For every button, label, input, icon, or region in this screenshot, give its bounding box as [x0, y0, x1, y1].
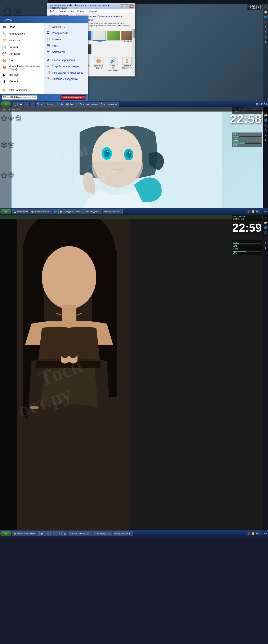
- taskbar3-icon4[interactable]: ⬇: [57, 531, 61, 536]
- start-item-paint[interactable]: 🎨 Paint: [0, 57, 44, 64]
- tray-area-2: 🔊 📶 RU 22:58: [247, 210, 268, 213]
- right-divider: [44, 56, 88, 56]
- taskbar-item-computer[interactable]: 💻: [12, 102, 17, 107]
- theme-item-1[interactable]: White: [93, 30, 106, 43]
- tray-network-2[interactable]: 📶: [252, 210, 255, 213]
- start-button-3[interactable]: ⊞: [0, 531, 11, 536]
- start-item-kmplayer[interactable]: ▶ KMPlayer: [0, 72, 44, 78]
- taskbar-item-qip2[interactable]: [slonaet@qip.ru...]: [58, 102, 78, 107]
- menu-file[interactable]: Файл: [49, 10, 56, 12]
- cpu-bar-fill-2: [233, 136, 239, 137]
- sidebar3-monitor[interactable]: 🖥: [264, 216, 268, 220]
- sidebar2-recycle[interactable]: ♻: [264, 128, 268, 132]
- taskbar3-icon5[interactable]: 🦊: [62, 531, 67, 536]
- taskbar2-ie[interactable]: 🌐: [52, 209, 58, 214]
- start-item-formatfactory[interactable]: 🔧 FormatFactory: [0, 30, 44, 37]
- sidebar3-arrow[interactable]: ⬆: [264, 246, 268, 250]
- start-right-controlpanel[interactable]: ⚙ Панель управления: [44, 57, 88, 63]
- sidebar-icon-settings2[interactable]: ⚙: [264, 30, 268, 34]
- shutdown-button[interactable]: Завершение работы: [60, 96, 86, 100]
- sidebar-icon-recycle[interactable]: ♻: [264, 25, 268, 29]
- taskbar-item-folder2[interactable]: 📁: [18, 102, 23, 107]
- scrollbar-thumb[interactable]: [133, 29, 135, 38]
- start-right-music[interactable]: 🎵 Музыка: [44, 36, 88, 42]
- tray-network-3[interactable]: 📶: [252, 532, 255, 535]
- scissors-icon: ✂: [2, 94, 7, 99]
- sidebar2-headphone[interactable]: 🎧: [264, 123, 268, 128]
- ie-icon: 🌐: [25, 103, 28, 106]
- start-item-qip[interactable]: 💬 QIP Infium: [0, 50, 44, 57]
- menu-service[interactable]: Сервис: [77, 10, 86, 12]
- tray-lang-2: RU: [256, 210, 260, 213]
- taskbar2-transfer[interactable]: Передача файл...: [103, 209, 123, 214]
- sidebar-icon-folder[interactable]: 📁: [264, 10, 268, 14]
- start-item-notepad[interactable]: 📝 Блокнот: [0, 44, 44, 50]
- taskbar2-qip[interactable]: [slonaet@qip.r...: [84, 209, 102, 214]
- sidebar-icon-monitor[interactable]: 🖥: [264, 5, 268, 9]
- menu-edit[interactable]: Правка: [58, 10, 67, 12]
- cpu-pct-2: 21%: [233, 138, 261, 140]
- start-item-fraps[interactable]: 🎮 Fraps: [0, 24, 44, 30]
- menu-view[interactable]: Вид: [69, 10, 74, 12]
- controlpanel-label: Панель управления: [52, 59, 75, 62]
- taskbar-item-ie[interactable]: 🌐: [24, 102, 29, 107]
- computer-label-2: Компьютер: [17, 210, 28, 213]
- start-right-help[interactable]: ❓ Справка и поддержка: [44, 76, 88, 82]
- taskbar3-qip[interactable]: [slonaet@qip.ru...]: [93, 531, 112, 536]
- start-right-defaults[interactable]: 📋 Программы по умолчанию: [44, 70, 88, 76]
- start-right-documents[interactable]: 📄 Документы: [44, 24, 88, 30]
- sidebar2-network[interactable]: 🌐: [264, 118, 268, 122]
- sidebar-icon-windows[interactable]: ⊞: [264, 35, 268, 40]
- start-item-totalcmd[interactable]: 📂 Total Commander: [0, 87, 44, 94]
- minimize-button[interactable]: ─: [120, 4, 124, 8]
- persona-sounds[interactable]: 🔊 ЗвукиПо умолчанию: [107, 57, 119, 71]
- sidebar3-recycle[interactable]: ♻: [264, 236, 268, 240]
- menu-help[interactable]: Справка: [88, 10, 98, 12]
- start-item-firefox[interactable]: 🦊 Mozilla Firefox (Безопасный режим): [0, 64, 44, 72]
- tray-speaker-3[interactable]: 🔊: [247, 532, 251, 535]
- start-button-2[interactable]: ⊞: [0, 209, 11, 214]
- taskbar-3: ⊞ 🎨 Adobe Photoshop C... 📁 🌐 🎵 ⬇ 🦊 Skype…: [0, 530, 268, 537]
- start-item-utorrent[interactable]: ⬇ µTorrent: [0, 78, 44, 85]
- taskbar3-icon3[interactable]: 🎵: [51, 531, 56, 536]
- taskbar2-computer[interactable]: 💻 Компьютер: [12, 209, 29, 214]
- close-button[interactable]: ✕: [129, 4, 134, 8]
- taskbar2-photoshop[interactable]: 🎨 Adobe Photosh...: [30, 209, 52, 214]
- utorrent-icon: ⬇: [2, 79, 7, 84]
- taskbar-item-personalization[interactable]: Персонализация: [99, 102, 119, 107]
- start-right-devices[interactable]: 🖨 Устройства и принтеры: [44, 63, 88, 70]
- sidebar2-arrow[interactable]: ⬆: [264, 138, 268, 142]
- persona-screensaver[interactable]: 🖥 ЗаставкаОтсутствует: [121, 57, 133, 71]
- start-right-images[interactable]: 🖼 Изображения: [44, 30, 88, 36]
- taskbar3-transfer[interactable]: Передача файл...: [113, 531, 133, 536]
- start-item-launch-vsb[interactable]: 📁 launch_vsb: [0, 37, 44, 44]
- sidebar-icon-arrow-up[interactable]: ⬆: [264, 40, 268, 44]
- tray-speaker-2[interactable]: 🔊: [247, 210, 251, 213]
- persona-color[interactable]: 🎨 Цвет окнаДругой: [93, 57, 105, 71]
- sidebar-icon-headphone[interactable]: 🎧: [264, 20, 268, 24]
- taskbar3-photoshop[interactable]: 🎨 Adobe Photoshop C...: [12, 531, 39, 536]
- taskbar3-skype[interactable]: Skype™ - faktura_ch...: [68, 531, 92, 536]
- taskbar3-icon2[interactable]: 🌐: [45, 531, 51, 536]
- start-button-1[interactable]: ⊞: [0, 102, 11, 107]
- taskbar-item-transfer[interactable]: Передача файлов: [78, 102, 99, 107]
- maximize-button[interactable]: □: [125, 4, 129, 8]
- sidebar-icon-network[interactable]: 🌐: [264, 15, 268, 19]
- sidebar3-network[interactable]: 🌐: [264, 226, 268, 230]
- sidebar3-headphone[interactable]: 🎧: [264, 230, 268, 235]
- sidebar2-folder[interactable]: 📁: [264, 113, 268, 118]
- taskbar3-icon1[interactable]: 📁: [39, 531, 45, 536]
- paint-icon: 🎨: [2, 58, 7, 63]
- taskbar2-skype[interactable]: Skype™ - faktur...: [64, 209, 84, 214]
- taskbar-item-skype[interactable]: Skype™ - faktura_...: [36, 102, 58, 107]
- sidebar3-folder[interactable]: 📁: [264, 220, 268, 225]
- start-right-games[interactable]: 🎮 Игры: [44, 42, 88, 49]
- taskbar2-folder[interactable]: 📁: [58, 209, 64, 214]
- taskbar-item-media[interactable]: 🎵: [30, 102, 35, 107]
- persona-scrollbar[interactable]: [132, 29, 135, 75]
- sidebar3-windows[interactable]: ⊞: [264, 241, 268, 245]
- start-item-scissors[interactable]: ✂ Ножницы: [0, 94, 44, 100]
- start-right-computer[interactable]: 💻 Компьютер: [44, 49, 88, 55]
- sidebar2-windows[interactable]: ⊞: [264, 133, 268, 138]
- theme-item-2[interactable]: [107, 30, 120, 43]
